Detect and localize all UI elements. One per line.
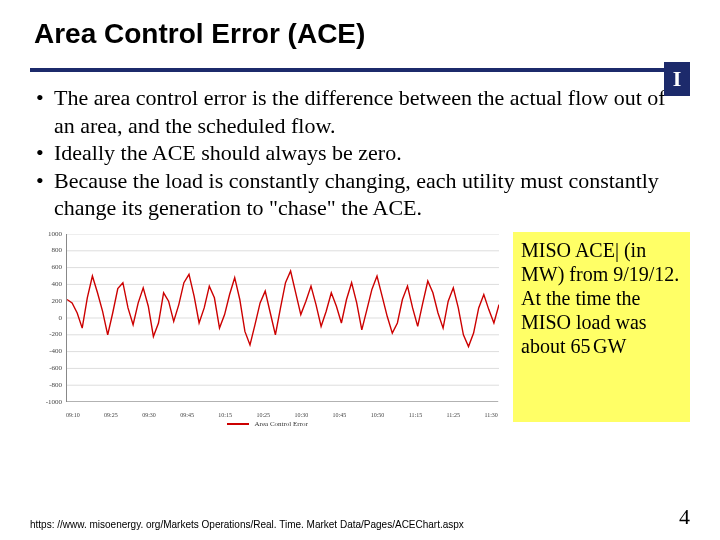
legend-swatch [227, 423, 249, 425]
ace-chart: 10008006004002000-200-400-600-800-1000 0… [30, 232, 505, 422]
chart-plot-area [66, 234, 498, 402]
title-divider [30, 68, 690, 72]
bullet-dot: • [30, 139, 54, 167]
bullet-dot: • [30, 167, 54, 222]
logo-letter: I [673, 68, 682, 90]
bullet-text: The area control error is the difference… [54, 84, 690, 139]
source-url: https: //www. misoenergy. org/Markets Op… [30, 519, 464, 530]
chart-gridlines [67, 234, 499, 402]
chart-legend: Area Control Error [30, 420, 505, 428]
chart-svg [67, 234, 499, 402]
annotation-note: MISO ACE| (in MW) from 9/19/12. At the t… [513, 232, 690, 422]
illinois-logo: I [664, 62, 690, 96]
bullet-text: Ideally the ACE should always be zero. [54, 139, 690, 167]
page-title: Area Control Error (ACE) [30, 18, 690, 50]
bullet-text: Because the load is constantly changing,… [54, 167, 690, 222]
legend-label: Area Control Error [255, 420, 308, 428]
chart-y-axis: 10008006004002000-200-400-600-800-1000 [30, 232, 64, 404]
body-text: • The area control error is the differen… [30, 84, 690, 222]
page-number: 4 [679, 504, 690, 530]
bullet-dot: • [30, 84, 54, 139]
chart-x-axis: 09:1009:2509:3009:4510:1510:2510:3010:45… [66, 412, 498, 418]
